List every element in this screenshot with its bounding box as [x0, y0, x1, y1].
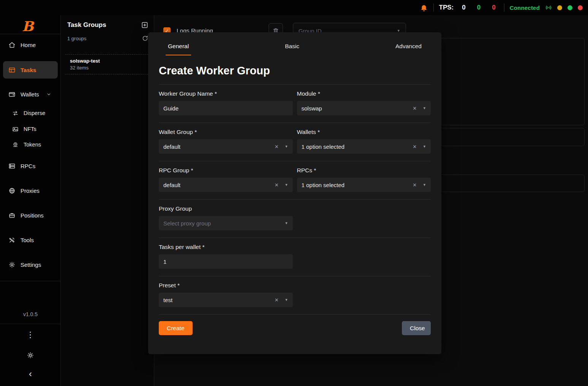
close-button[interactable]: Close [402, 321, 431, 335]
preset-label: Preset * [159, 282, 293, 289]
caret-down-icon: ▼ [285, 221, 288, 225]
refresh-icon[interactable] [142, 35, 149, 42]
notification-bell-icon[interactable] [420, 3, 428, 12]
clear-icon[interactable]: ✕ [413, 144, 417, 150]
tasks-per-wallet-input[interactable] [159, 254, 293, 269]
disperse-icon [12, 110, 19, 117]
status-dot-green[interactable] [567, 5, 572, 10]
task-group-item-count: 32 items [70, 65, 145, 71]
task-groups-title: Task Groups [67, 21, 106, 29]
sidebar-item-nfts[interactable]: NFTs [3, 121, 58, 137]
topbar: TPS: 0 0 0 Connected [0, 0, 588, 15]
caret-down-icon: ▼ [285, 183, 288, 187]
app-version: v1.0.5 [0, 311, 61, 317]
task-groups-panel: Task Groups 1 groups solswap-test 32 ite… [61, 15, 154, 386]
home-icon [8, 41, 16, 49]
tasks-icon [8, 66, 16, 74]
kebab-menu-icon[interactable]: ⋮ [0, 330, 61, 339]
sidebar: B Home Tasks Wa [0, 15, 61, 386]
caret-down-icon: ▼ [423, 145, 426, 148]
rpc-group-select[interactable]: default ✕ ▼ [159, 178, 293, 192]
sidebar-item-proxies[interactable]: Proxies [3, 182, 58, 199]
sidebar-item-settings[interactable]: Settings [3, 256, 58, 273]
signal-icon [545, 4, 552, 11]
theme-sun-icon[interactable] [0, 351, 61, 359]
tps-fail: 0 [492, 4, 495, 11]
divider [159, 314, 431, 315]
caret-down-icon: ▼ [423, 106, 426, 110]
clear-icon[interactable]: ✕ [275, 144, 279, 150]
connection-status: Connected [510, 5, 540, 11]
sidebar-item-tools[interactable]: Tools [3, 232, 58, 248]
divider [0, 324, 61, 324]
wallets-label: Wallets * [297, 129, 431, 135]
worker-group-name-input[interactable] [159, 101, 293, 115]
module-select[interactable]: solswap ✕ ▼ [297, 101, 431, 115]
divider [0, 34, 61, 34]
tab-general[interactable]: General [166, 43, 191, 55]
tab-advanced[interactable]: Advanced [393, 43, 424, 55]
clear-icon[interactable]: ✕ [275, 182, 279, 188]
sidebar-item-disperse[interactable]: Disperse [3, 106, 58, 121]
app-window: TPS: 0 0 0 Connected B [0, 0, 588, 386]
positions-icon [8, 212, 16, 219]
caret-down-icon: ▼ [423, 183, 426, 187]
caret-down-icon: ▼ [285, 145, 288, 148]
clear-icon[interactable]: ✕ [413, 106, 417, 111]
tps-total: 0 [462, 4, 465, 11]
proxy-group-select[interactable]: Select proxy group ▼ [159, 216, 293, 230]
logo-glyph: B [22, 18, 33, 34]
settings-gear-icon [8, 261, 16, 268]
chevron-down-icon [46, 92, 51, 97]
tps-label: TPS: [439, 4, 454, 11]
wallet-icon [8, 91, 16, 98]
tps-success: 0 [477, 4, 481, 11]
sidebar-item-wallets[interactable]: Wallets [3, 86, 58, 102]
add-group-button[interactable] [141, 21, 149, 29]
modal-title: Create Worker Group [159, 65, 431, 77]
sidebar-item-tasks[interactable]: Tasks [3, 61, 58, 79]
rpcs-select[interactable]: 1 option selected ✕ ▼ [297, 178, 431, 192]
status-dot-red[interactable] [578, 5, 583, 10]
tools-icon [8, 236, 16, 244]
rpcs-icon [8, 162, 16, 170]
sidebar-item-home[interactable]: Home [3, 36, 58, 53]
divider [433, 3, 434, 12]
task-group-name: solswap-test [70, 58, 145, 64]
sidebar-item-rpcs[interactable]: RPCs [3, 158, 58, 174]
tab-basic[interactable]: Basic [283, 43, 302, 55]
group-count: 1 groups [67, 36, 87, 41]
sidebar-item-positions[interactable]: Positions [3, 207, 58, 224]
rpc-group-label: RPC Group * [159, 167, 293, 174]
status-dot-yellow[interactable] [557, 5, 562, 10]
collapse-sidebar-icon[interactable]: ‹ [0, 370, 61, 377]
divider [504, 3, 504, 12]
wallet-group-label: Wallet Group * [159, 129, 293, 135]
divider [0, 281, 61, 281]
nfts-icon [12, 126, 19, 132]
proxies-icon [8, 187, 16, 194]
clear-icon[interactable]: ✕ [413, 182, 417, 188]
create-worker-group-modal: General Basic Advanced Create Worker Gro… [148, 32, 441, 354]
wallets-select[interactable]: 1 option selected ✕ ▼ [297, 139, 431, 154]
task-group-list-item[interactable]: solswap-test 32 items [65, 54, 150, 74]
tokens-icon [12, 142, 19, 148]
module-label: Module * [297, 90, 431, 97]
worker-group-name-label: Worker Group Name * [159, 90, 293, 97]
rpcs-label: RPCs * [297, 167, 431, 174]
caret-down-icon: ▼ [285, 298, 288, 302]
proxy-group-label: Proxy Group [159, 205, 293, 212]
app-logo: B [0, 17, 61, 35]
clear-icon[interactable]: ✕ [275, 297, 279, 303]
modal-tabs: General Basic Advanced [159, 32, 431, 55]
create-button[interactable]: Create [159, 321, 193, 335]
tasks-per-wallet-label: Tasks per wallet * [159, 244, 293, 251]
preset-select[interactable]: test ✕ ▼ [159, 293, 293, 307]
sidebar-item-tokens[interactable]: Tokens [3, 137, 58, 152]
wallet-group-select[interactable]: default ✕ ▼ [159, 139, 293, 154]
